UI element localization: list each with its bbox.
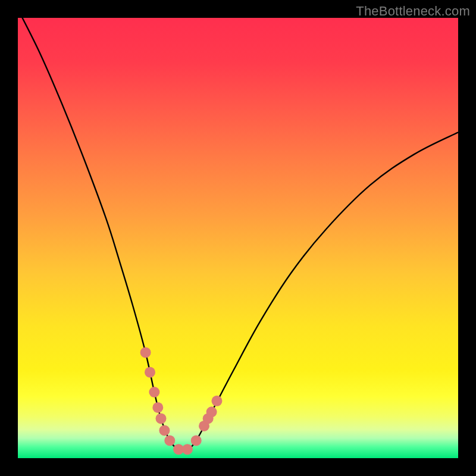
- curve-marker: [149, 387, 159, 397]
- curve-marker: [159, 425, 170, 436]
- curve-marker: [145, 367, 155, 378]
- curve-marker: [182, 444, 193, 455]
- chart-container: TheBottleneck.com: [0, 0, 476, 476]
- curve-marker: [211, 396, 222, 406]
- curve-marker: [191, 435, 202, 446]
- plot-area: [18, 18, 458, 458]
- curve-marker: [140, 347, 151, 358]
- curve-layer: [18, 18, 458, 458]
- curve-marker: [156, 413, 167, 424]
- curve-marker: [152, 402, 163, 413]
- curve-markers: [140, 347, 223, 455]
- bottleneck-curve: [18, 18, 458, 450]
- curve-marker: [164, 435, 175, 446]
- watermark-text: TheBottleneck.com: [356, 4, 470, 19]
- curve-marker: [206, 406, 217, 417]
